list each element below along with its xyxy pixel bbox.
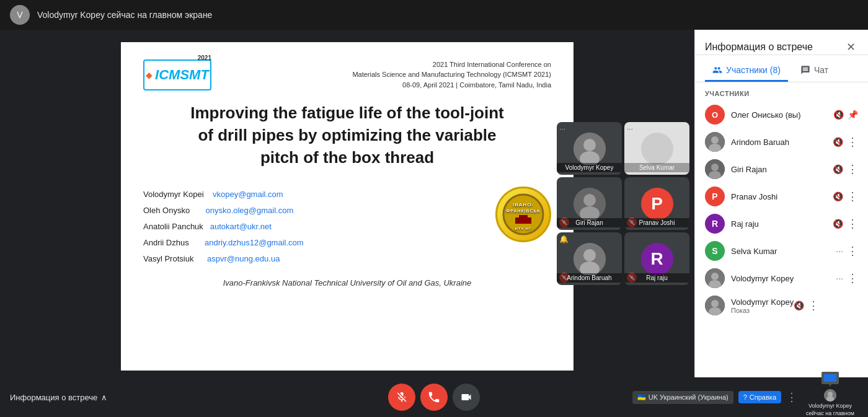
participant-name: Selva Kumar <box>731 247 836 256</box>
svg-marker-38 <box>829 384 831 387</box>
avatar: R <box>705 214 725 234</box>
svg-text:ФРАНКІВСЬК: ФРАНКІВСЬК <box>506 209 541 213</box>
call-controls <box>388 384 480 411</box>
participant-icons: 🔇 ⋮ <box>833 217 858 230</box>
author-row: Vasyl Protsiuk aspvr@nung.edu.ua <box>143 251 304 267</box>
participant-item: P Pranav Joshi 🔇 ⋮ <box>700 183 863 210</box>
more-icon[interactable]: ⋮ <box>847 135 858 149</box>
participant-item: R Raj raju 🔇 ⋮ <box>700 210 863 237</box>
presenter-info: Volodymyr Kopeyсейчас на главном экране <box>802 369 858 417</box>
mic-off-icon: 🔇 <box>833 219 843 229</box>
participant-icons: 🔇 ⋮ <box>833 190 858 203</box>
avatar: S <box>705 241 725 261</box>
avatar: V <box>10 5 30 25</box>
participant-item: S Selva Kumar ··· ⋮ <box>700 237 863 265</box>
avatar <box>705 159 725 179</box>
more-icon[interactable]: ⋮ <box>847 271 858 285</box>
video-tile-raj: R Raj raju <box>624 232 689 285</box>
avatar <box>705 296 725 315</box>
svg-point-28 <box>711 164 719 171</box>
video-row-2: Giri Rajan P Pranav Joshi <box>557 177 689 230</box>
panel-header: Информация о встрече ✕ <box>695 30 868 55</box>
participant-name: Олег Онисько (вы) <box>731 110 833 120</box>
hang-up-button[interactable] <box>420 384 448 411</box>
svg-rect-37 <box>824 374 836 382</box>
help-label: Справка <box>750 393 776 401</box>
more-options-icon[interactable]: ⋮ <box>786 390 797 404</box>
language-badge[interactable]: 🇺🇦 UK Украинский (Украина) <box>632 391 733 404</box>
avatar <box>705 268 725 288</box>
institution-name: Ivano-Frankivsk National Technical Unive… <box>143 278 551 288</box>
author-row: Andrii Dzhus andriy.dzhus12@gmail.com <box>143 235 304 251</box>
video-toggle-button[interactable] <box>453 384 480 411</box>
participant-icons: ··· ⋮ <box>836 271 858 285</box>
participant-item: О Олег Онисько (вы) 🔇 📌 <box>700 101 863 128</box>
more-icon[interactable]: ⋮ <box>847 162 858 176</box>
video-tile-selva: ··· Selva Kumar <box>624 122 689 175</box>
tile-name-raj: Raj raju <box>624 273 689 283</box>
close-button[interactable]: ✕ <box>843 40 858 55</box>
tile-name-selva: Selva Kumar <box>624 163 689 172</box>
svg-rect-3 <box>519 215 528 224</box>
tile-name-arindom: Arindom Baruah <box>557 273 622 283</box>
conference-info: 2021 Third International Conference on M… <box>352 59 551 90</box>
tab-participants[interactable]: Участники (8) <box>705 60 788 82</box>
status-dots: ··· <box>836 246 843 256</box>
more-icon[interactable]: ⋮ <box>808 299 819 312</box>
participant-icons: ··· ⋮ <box>836 244 858 258</box>
participant-name: Raj raju <box>731 219 833 229</box>
language-label: UK Украинский (Украина) <box>649 393 728 401</box>
top-bar: V Volodymyr Kopey сейчас на главном экра… <box>0 0 868 30</box>
help-button[interactable]: ? Справка <box>738 391 781 403</box>
participant-name: Giri Rajan <box>731 165 833 174</box>
more-icon[interactable]: ⋮ <box>847 244 858 258</box>
logo-area: 2021 ◆ ICMSMT <box>143 59 211 90</box>
participant-name: Volodymyr Kopey <box>731 274 836 283</box>
participant-icons: 🔇 📌 <box>833 110 858 120</box>
main-content: 2021 ◆ ICMSMT 2021 Third International C… <box>0 30 868 377</box>
participant-item: Giri Rajan 🔇 ⋮ <box>700 156 863 183</box>
authors-section: Volodymyr Kopei vkopey@gmail.com Oleh On… <box>143 187 551 267</box>
presenter-name: Volodymyr Kopeyсейчас на главном экране <box>802 403 858 417</box>
participant-item: Volodymyr Kopey Показ 🔇 ⋮ <box>700 292 863 319</box>
bottom-bar: Информация о встрече ∧ 🇺🇦 UK Украинский … <box>0 377 868 417</box>
more-icon[interactable]: ⋮ <box>847 190 858 203</box>
video-tile-pranav: P Pranav Joshi <box>624 177 689 230</box>
meeting-info-button[interactable]: Информация о встрече ∧ <box>10 393 107 402</box>
presentation-area: 2021 ◆ ICMSMT 2021 Third International C… <box>10 40 684 372</box>
author-row: Oleh Onysko onysko.oleg@gmail.com <box>143 203 304 219</box>
tab-chat-label: Чат <box>814 65 828 75</box>
participant-name: Pranav Joshi <box>731 192 833 201</box>
svg-text:НТУ НГ: НТУ НГ <box>515 227 531 230</box>
video-tile-arindom: 🔔 Arindom Baruah <box>557 232 622 285</box>
logo-box: 2021 ◆ ICMSMT <box>143 59 211 90</box>
author-row: Volodymyr Kopei vkopey@gmail.com <box>143 187 304 203</box>
svg-rect-5 <box>526 217 531 224</box>
university-logo: ІВАНО- ФРАНКІВСЬК НТУ НГ <box>495 187 551 242</box>
more-icon[interactable]: ⋮ <box>847 217 858 230</box>
svg-point-11 <box>583 194 596 206</box>
authors-list: Volodymyr Kopei vkopey@gmail.com Oleh On… <box>143 187 304 267</box>
left-panel: 2021 ◆ ICMSMT 2021 Third International C… <box>0 30 694 377</box>
participant-sub: Показ <box>731 307 794 314</box>
chat-icon <box>800 65 810 75</box>
slide-header: 2021 ◆ ICMSMT 2021 Third International C… <box>143 59 551 90</box>
mute-button[interactable] <box>388 384 415 411</box>
meeting-info-label: Информация о встрече <box>10 393 97 402</box>
avatar: P <box>705 187 725 206</box>
svg-text:ІВАНО-: ІВАНО- <box>513 202 534 208</box>
video-tile-volodymyr: ··· Volodymyr Kopey <box>557 122 622 175</box>
svg-point-31 <box>711 273 719 280</box>
participants-label: УЧАСТНИКИ <box>695 82 868 101</box>
participants-list: О Олег Онисько (вы) 🔇 📌 Arindom Baruah 🔇… <box>695 101 868 377</box>
status-dots: ··· <box>836 273 843 283</box>
avatar <box>705 132 725 152</box>
participant-item: Volodymyr Kopey ··· ⋮ <box>700 265 863 292</box>
slide-title: Improving the fatigue life of the tool-j… <box>143 102 551 169</box>
mic-off-icon: 🔇 <box>833 137 843 147</box>
mic-off-icon: 🔇 <box>833 191 843 201</box>
video-row-3: 🔔 Arindom Baruah R Raj raju <box>557 232 689 285</box>
pin-icon: 📌 <box>848 110 858 120</box>
tab-chat[interactable]: Чат <box>793 60 836 82</box>
participant-icons: 🔇 ⋮ <box>833 135 858 149</box>
